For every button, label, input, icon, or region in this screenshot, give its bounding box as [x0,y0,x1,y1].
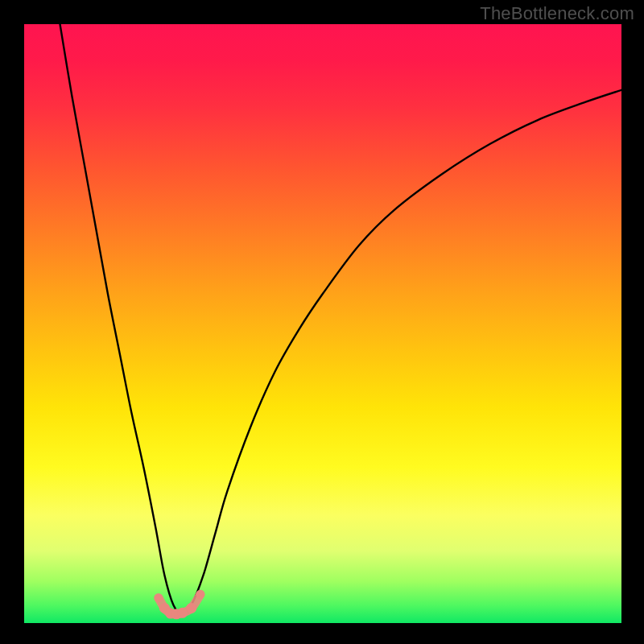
bottleneck-dot [186,603,196,613]
bottleneck-curve-path [60,24,621,614]
chart-frame: TheBottleneck.com [0,0,644,644]
watermark-label: TheBottleneck.com [480,3,634,24]
bottleneck-dots [154,590,204,620]
bottleneck-curve [60,24,621,614]
bottleneck-dot [196,590,204,599]
bottleneck-dot [154,593,163,602]
curve-layer [24,24,621,623]
bottleneck-dot [177,608,188,618]
plot-area [24,24,621,623]
